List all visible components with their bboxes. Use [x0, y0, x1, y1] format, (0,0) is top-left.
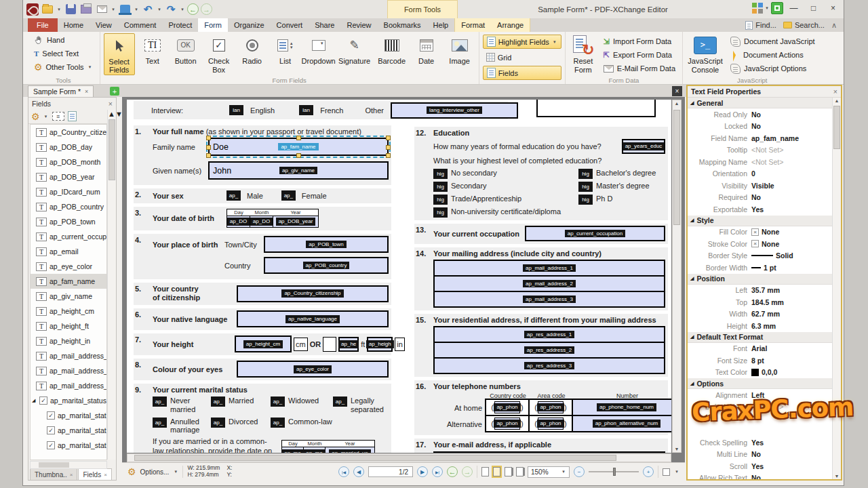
email-form-data-button[interactable]: E-Mail Form Data [600, 62, 679, 75]
tab-format[interactable]: Format [455, 18, 491, 32]
family-name-field[interactable]: Doe ap_fam_name [208, 138, 389, 156]
page-number-input[interactable]: 1/2 [368, 466, 413, 477]
checkbox-tag[interactable]: ap_ [211, 396, 225, 407]
field-item[interactable]: Tap_IDcard_num [31, 184, 106, 199]
checkbox-tag[interactable]: hig [433, 182, 448, 192]
list-field-button[interactable]: ▲▼List [270, 33, 301, 66]
field-item[interactable]: Tap_email [31, 244, 106, 259]
javascript-console-button[interactable]: >_JavaScript Console [686, 33, 724, 74]
field-item[interactable]: ✓ap_marital_statu [31, 438, 106, 453]
checkbox-tag[interactable]: ap_ [271, 396, 285, 407]
dropdown-field-button[interactable]: Dropdown [303, 33, 334, 66]
section-style[interactable]: ◢Style [688, 216, 832, 226]
field-properties-icon[interactable] [68, 111, 77, 121]
minimize-button[interactable]: — [785, 1, 803, 15]
form-field[interactable]: ap_native_language [237, 310, 389, 327]
email-icon[interactable] [95, 3, 108, 16]
field-item[interactable]: Tap_mail_address_3 [31, 378, 106, 393]
checkbox-tag[interactable]: hig [578, 195, 593, 205]
image-field-button[interactable]: Image [444, 33, 475, 66]
document-javascript-button[interactable]: Document JavaScript [727, 35, 818, 48]
form-field[interactable]: ap_heigh [367, 337, 393, 352]
form-field[interactable]: ap_res_address_1 [433, 326, 665, 343]
hand-tool-button[interactable]: Hand [31, 33, 96, 47]
document-tab[interactable]: Sample Form *× [28, 85, 94, 97]
form-field[interactable]: ap_DO [227, 216, 250, 227]
zoom-level-select[interactable]: 150%▾ [528, 466, 570, 478]
field-item[interactable]: ✓ap_marital_statu [31, 423, 106, 438]
tab-arrange[interactable]: Arrange [491, 18, 530, 32]
form-field[interactable]: ap_eye_color [237, 361, 389, 378]
tab-form[interactable]: Form [198, 18, 228, 32]
stamp-icon[interactable] [118, 3, 132, 16]
tab-organize[interactable]: Organize [228, 18, 271, 32]
section-default-text-format[interactable]: ◢Default Text Format [688, 332, 832, 343]
next-view-icon2[interactable]: → [462, 466, 473, 477]
tab-share[interactable]: Share [309, 18, 340, 32]
checkbox-tag[interactable]: hig [578, 169, 593, 179]
document-view[interactable]: Interview: lanEnglish lanFrench Other la… [122, 97, 685, 462]
document-scrollbar-vertical[interactable]: ▲▼ [672, 100, 682, 453]
previous-view-icon2[interactable]: ← [447, 466, 458, 477]
checkbox-tag[interactable]: lan [299, 105, 313, 115]
zoom-slider[interactable] [589, 471, 639, 472]
undo-caret-icon[interactable]: ▾ [157, 7, 162, 12]
form-field[interactable]: ap_POB_town [264, 236, 389, 253]
text-field-button[interactable]: TIText [137, 33, 168, 66]
open-icon[interactable] [41, 3, 54, 16]
date-field-button[interactable]: Date [411, 33, 442, 66]
checkbox-tag[interactable]: hig [433, 169, 448, 179]
form-field[interactable]: ap_ma [282, 447, 304, 453]
first-page-icon[interactable]: |◀ [338, 466, 349, 477]
field-item-selected[interactable]: Tap_fam_name [31, 274, 106, 289]
checkbox-tag[interactable]: hig [433, 195, 448, 205]
signature-field-button[interactable]: ✎Signature [336, 33, 373, 66]
form-field[interactable]: (ap_phon) [485, 399, 530, 416]
maximize-button[interactable]: □ [804, 1, 823, 15]
form-field[interactable]: ap_mail_address_2 [433, 275, 665, 292]
collapse-ribbon-icon[interactable]: ∧ [831, 21, 837, 30]
fields-options-icon[interactable]: ⚙ [31, 111, 40, 122]
checkbox-tag[interactable]: ap_ [226, 190, 241, 201]
form-field[interactable]: ap_mail_address_3 [433, 291, 665, 308]
checkbox-tag[interactable]: ap_ [271, 418, 285, 428]
form-field[interactable]: ap_res_address_2 [433, 342, 665, 359]
tab-fields[interactable]: Fields× [78, 468, 111, 480]
field-item[interactable]: Tap_POB_country [31, 199, 106, 214]
select-text-button[interactable]: TSelect Text [31, 47, 96, 60]
checkbox-tag[interactable]: lan [229, 105, 243, 115]
form-field[interactable]: ap_DO [250, 216, 273, 227]
previous-view-icon[interactable]: ← [187, 3, 199, 15]
form-field[interactable]: ap_DOB_year [273, 216, 318, 227]
tab-home[interactable]: Home [58, 18, 90, 32]
form-field[interactable]: ap_mail_address_1 [433, 260, 665, 277]
fields-scrollbar-horizontal[interactable] [30, 461, 107, 469]
form-field[interactable]: ap_phone_home_num [572, 399, 671, 416]
redo-icon[interactable]: ↷ [164, 3, 178, 16]
tab-comment[interactable]: Comment [118, 18, 163, 32]
tab-bookmarks[interactable]: Bookmarks [378, 18, 427, 32]
form-field[interactable]: ap_res_address_3 [433, 357, 665, 374]
form-field[interactable]: (ap_phon) [528, 415, 573, 432]
field-item[interactable]: Tap_DOB_day [31, 140, 106, 155]
form-field[interactable]: (ap_phon) [485, 415, 530, 432]
form-field[interactable]: ap_height_cm [235, 336, 292, 352]
field-item-group[interactable]: ◢✓ap_marital_status [31, 393, 106, 408]
form-field[interactable]: ap_phon_alternative_num [572, 415, 671, 432]
document-actions-button[interactable]: Document Actions [727, 48, 818, 62]
stamp-caret-icon[interactable]: ▾ [134, 7, 139, 12]
new-document-tab-button[interactable]: + [110, 87, 119, 96]
status-options-button[interactable]: Options... [140, 468, 170, 476]
export-form-data-button[interactable]: ⇱Export Form Data [600, 48, 679, 62]
tab-file[interactable]: File [28, 18, 58, 32]
checkbox-tag[interactable]: hig [433, 207, 448, 218]
find-button[interactable]: Find... [745, 21, 776, 30]
highlight-fields-button[interactable]: Highlight Fields▾ [483, 35, 561, 49]
properties-close-icon[interactable]: × [833, 87, 837, 96]
zoom-slider-handle[interactable] [613, 468, 616, 476]
search-button[interactable]: Search... [783, 21, 825, 29]
open-caret-icon[interactable]: ▾ [56, 7, 62, 12]
layout-two-up-icon[interactable] [505, 467, 512, 476]
zoom-in-icon[interactable]: + [643, 466, 654, 477]
undo-icon[interactable]: ↶ [141, 3, 155, 16]
